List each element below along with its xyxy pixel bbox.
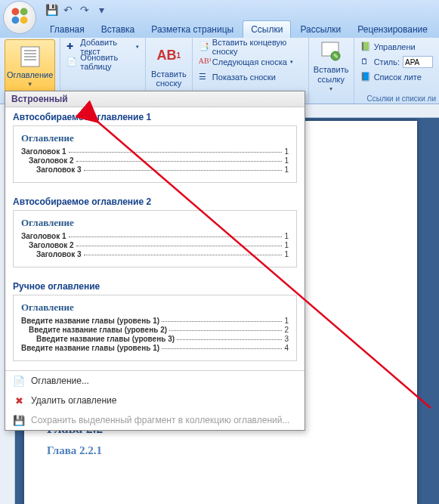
ribbon-group-biblio: 📗 Управлени 🗒 Стиль: 📘 Список лите Ссылк… xyxy=(354,38,439,104)
biblio-label: Список лите xyxy=(374,73,422,82)
gallery-preview: Оглавление Заголовок 11Заголовок 21Загол… xyxy=(13,125,297,183)
insert-footnote-label: Вставить сноску xyxy=(151,70,187,88)
chevron-down-icon: ▼ xyxy=(27,81,33,88)
tab-home[interactable]: Главная xyxy=(42,21,92,38)
svg-point-3 xyxy=(20,17,28,24)
toc-line-label: Введите название главы (уровень 3) xyxy=(36,335,175,343)
gallery-header-builtin: Встроенный xyxy=(5,91,305,107)
gallery-item-auto2[interactable]: Автособираемое оглавление 2 Оглавление З… xyxy=(5,192,305,277)
show-notes-label: Показать сноски xyxy=(212,73,276,82)
toc-line-page: 1 xyxy=(284,156,289,165)
toc-line-label: Заголовок 1 xyxy=(21,147,66,156)
remove-toc-icon: ✖ xyxy=(13,394,25,407)
style-row: 🗒 Стиль: xyxy=(359,54,434,70)
update-table-button[interactable]: 📄 Обновить таблицу xyxy=(65,54,141,70)
bibliography-button[interactable]: 📘 Список лите xyxy=(359,70,434,85)
chevron-down-icon: ▾ xyxy=(136,44,139,50)
toc-line-page: 2 xyxy=(284,326,289,334)
toc-line-label: Введите название главы (уровень 1) xyxy=(21,317,159,325)
manage-sources-button[interactable]: 📗 Управлени xyxy=(359,39,434,54)
insert-endnote-label: Вставить концевую сноску xyxy=(212,38,302,56)
toc-line-page: 1 xyxy=(284,232,289,240)
citation-icon: ✎ xyxy=(319,39,343,63)
toc-line-label: Заголовок 1 xyxy=(21,232,66,240)
gallery-footer: 📄 Оглавление... ✖ Удалить оглавление 💾 С… xyxy=(5,370,305,430)
add-text-icon: ✚ xyxy=(66,42,77,52)
insert-footnote-button[interactable]: AB1 Вставить сноску xyxy=(150,39,187,92)
toc-line-page: 3 xyxy=(284,335,289,343)
toc-line-label: Введите название главы (уровень 2) xyxy=(29,326,167,334)
toc-preview-line: Заголовок 31 xyxy=(21,250,289,258)
show-notes-button[interactable]: ☰ Показать сноски xyxy=(197,70,304,85)
title-bar: 💾 ↶ ↷ ▾ xyxy=(0,0,439,20)
insert-citation-button[interactable]: ✎ Вставить ссылку ▾ xyxy=(314,39,349,92)
tab-insert[interactable]: Вставка xyxy=(94,21,143,38)
toc-line-page: 1 xyxy=(284,250,289,258)
add-text-button[interactable]: ✚ Добавить текст ▾ xyxy=(65,39,141,54)
ribbon-tabs: Главная Вставка Разметка страницы Ссылки… xyxy=(0,20,439,38)
toc-line-label: Заголовок 2 xyxy=(29,156,74,165)
insert-toc-menu[interactable]: 📄 Оглавление... xyxy=(5,371,305,391)
svg-text:✎: ✎ xyxy=(333,53,339,60)
redo-icon[interactable]: ↷ xyxy=(79,4,91,16)
endnote-icon: 📑 xyxy=(199,42,209,52)
toc-button[interactable]: Оглавление ▼ xyxy=(5,39,55,92)
toc-line-label: Заголовок 3 xyxy=(36,165,82,174)
tab-references[interactable]: Ссылки xyxy=(243,20,291,38)
undo-icon[interactable]: ↶ xyxy=(62,4,74,16)
manage-icon: 📗 xyxy=(360,42,371,52)
gallery-item-manual[interactable]: Ручное оглавление Оглавление Введите наз… xyxy=(5,277,305,370)
preview-heading: Оглавление xyxy=(21,132,289,144)
gallery-item-auto1[interactable]: Автособираемое оглавление 1 Оглавление З… xyxy=(5,107,305,192)
insert-citation-label: Вставить ссылку xyxy=(314,65,349,83)
save-selection-menu: 💾 Сохранить выделенный фрагмент в коллек… xyxy=(5,410,305,430)
insert-endnote-button[interactable]: 📑 Вставить концевую сноску xyxy=(197,39,304,54)
toc-preview-line: Введите название главы (уровень 2)2 xyxy=(21,326,289,334)
tab-mailings[interactable]: Рассылки xyxy=(292,21,348,38)
toc-icon xyxy=(18,45,42,69)
remove-toc-label: Удалить оглавление xyxy=(31,395,116,406)
next-footnote-label: Следующая сноска xyxy=(212,57,287,66)
style-select[interactable] xyxy=(403,56,433,68)
chevron-down-icon: ▾ xyxy=(290,59,293,65)
next-footnote-icon: AB¹ xyxy=(199,57,209,67)
update-table-icon: 📄 xyxy=(66,57,77,67)
tab-layout[interactable]: Разметка страницы xyxy=(144,21,241,38)
toc-line-page: 1 xyxy=(284,165,289,174)
svg-point-1 xyxy=(20,8,28,16)
toc-line-label: Заголовок 2 xyxy=(29,241,74,249)
biblio-icon: 📘 xyxy=(360,72,371,82)
show-notes-icon: ☰ xyxy=(199,72,209,82)
toc-line-page: 1 xyxy=(284,147,289,156)
toc-preview-line: Заголовок 21 xyxy=(21,241,289,249)
toc-preview-line: Введите название главы (уровень 3)3 xyxy=(21,335,289,343)
office-button[interactable] xyxy=(3,1,36,34)
toc-preview-line: Введите название главы (уровень 1)1 xyxy=(21,317,289,325)
chevron-down-icon: ▾ xyxy=(329,85,332,92)
toc-preview-line: Введите название главы (уровень 1)4 xyxy=(21,344,289,352)
save-icon[interactable]: 💾 xyxy=(45,4,57,16)
doc-heading[interactable]: Глава 2.2.1 xyxy=(47,444,394,457)
style-label: Стиль: xyxy=(374,57,400,66)
gallery-item-title: Ручное оглавление xyxy=(13,281,297,292)
ribbon-group-citation-btn: ✎ Вставить ссылку ▾ xyxy=(309,38,354,104)
toc-preview-line: Заголовок 11 xyxy=(21,147,289,156)
gallery-preview: Оглавление Заголовок 11Заголовок 21Загол… xyxy=(13,210,297,267)
toc-gallery: Встроенный Автособираемое оглавление 1 О… xyxy=(5,91,305,431)
manage-label: Управлени xyxy=(374,42,416,51)
toc-preview-line: Заголовок 11 xyxy=(21,232,289,240)
toc-line-label: Введите название главы (уровень 1) xyxy=(21,344,159,352)
insert-toc-label: Оглавление... xyxy=(31,376,89,386)
qat-dropdown-icon[interactable]: ▾ xyxy=(95,4,107,16)
save-selection-icon: 💾 xyxy=(13,414,25,426)
gallery-item-title: Автособираемое оглавление 1 xyxy=(13,112,297,122)
office-logo-icon xyxy=(9,5,30,29)
tab-review[interactable]: Рецензирование xyxy=(350,21,435,38)
toc-button-label: Оглавление xyxy=(7,70,53,79)
next-footnote-button[interactable]: AB¹ Следующая сноска ▾ xyxy=(197,54,304,70)
toc-line-page: 1 xyxy=(284,317,289,325)
quick-access-toolbar: 💾 ↶ ↷ ▾ xyxy=(45,4,107,16)
remove-toc-menu[interactable]: ✖ Удалить оглавление xyxy=(5,391,305,410)
preview-heading: Оглавление xyxy=(21,301,289,314)
toc-line-label: Заголовок 3 xyxy=(36,250,82,258)
